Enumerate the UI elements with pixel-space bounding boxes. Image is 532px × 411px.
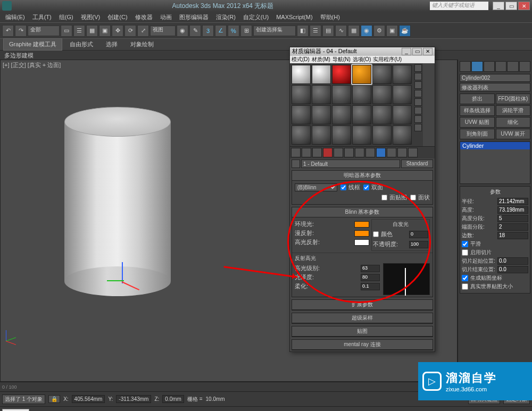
rollout-header[interactable]: 参数 (462, 188, 528, 196)
soften-spinner[interactable]: 0.1 (361, 283, 380, 290)
percent-snap[interactable]: % (228, 25, 239, 37)
redo-button[interactable]: ↷ (15, 25, 27, 37)
scale-button[interactable]: ⤢ (137, 25, 149, 37)
menu-help[interactable]: 帮助(H) (317, 12, 343, 22)
curve-editor-button[interactable]: ∿ (335, 25, 347, 37)
help-search[interactable]: 键入关键字或短语 (430, 2, 488, 10)
put-to-lib-icon[interactable] (355, 148, 364, 157)
z-coord[interactable]: 0.0mm (162, 395, 184, 403)
sample-uv-icon[interactable] (414, 90, 422, 97)
select-button[interactable]: ▭ (61, 25, 72, 37)
hseg-spinner[interactable]: 5 (497, 215, 528, 222)
smooth-checkbox[interactable] (462, 241, 468, 247)
tab-motion[interactable] (495, 61, 506, 72)
menu-rendering[interactable]: 渲染(R) (213, 12, 239, 22)
material-editor-button[interactable]: ◉ (361, 25, 372, 37)
material-slot-8[interactable] (312, 85, 331, 104)
material-slot-11[interactable] (372, 85, 392, 104)
minimize-button[interactable]: _ (493, 2, 504, 10)
rollout-maps[interactable]: 贴图 (292, 326, 433, 337)
material-slot-19[interactable] (292, 125, 311, 145)
window-crossing[interactable]: ▣ (99, 25, 111, 37)
render-frame-button[interactable]: ▣ (386, 25, 398, 37)
facemap-checkbox[interactable] (381, 195, 387, 200)
material-slot-4[interactable] (352, 65, 371, 84)
ribbon-tab-objectpaint[interactable]: 对象绘制 (125, 39, 159, 50)
material-slot-18[interactable] (393, 105, 412, 124)
object-name-field[interactable] (460, 74, 530, 82)
slicefrom-spinner[interactable]: 0.0 (497, 257, 528, 265)
ribbon-tab-freeform[interactable]: 自由形式 (64, 39, 98, 50)
material-slot-10[interactable] (352, 85, 371, 104)
selfillum-color-checkbox[interactable] (373, 231, 379, 237)
move-button[interactable]: ✥ (112, 25, 123, 37)
slice-checkbox[interactable] (462, 249, 468, 256)
specular-swatch[interactable] (354, 239, 369, 246)
material-editor-titlebar[interactable]: 材质编辑器 - 04 - Default _ ▭ ✕ (290, 47, 435, 56)
go-forward-icon[interactable] (408, 148, 418, 157)
menu-group[interactable]: 组(G) (56, 12, 77, 22)
background-icon[interactable] (414, 81, 422, 89)
material-slot-16[interactable] (352, 105, 371, 124)
btn-turbosmooth[interactable]: 涡轮平滑 (496, 105, 531, 116)
pick-material-icon[interactable] (292, 160, 300, 168)
material-editor-window[interactable]: 材质编辑器 - 04 - Default _ ▭ ✕ 模式(D) 材质(M) 导… (289, 47, 435, 352)
material-slot-5[interactable] (372, 65, 392, 84)
now-button[interactable]: 所在行: (2, 409, 29, 412)
mat-menu-material[interactable]: 材质(M) (312, 56, 330, 63)
menu-views[interactable]: 视图(V) (78, 12, 104, 22)
material-name-field[interactable] (301, 160, 400, 168)
rect-select[interactable]: ▦ (86, 25, 98, 37)
material-slot-14[interactable] (312, 105, 331, 124)
render-setup-button[interactable]: ⚙ (373, 25, 385, 37)
material-slot-13[interactable] (292, 105, 311, 124)
make-unique-icon[interactable] (344, 148, 354, 157)
menu-animation[interactable]: 动画 (157, 12, 175, 22)
menu-customize[interactable]: 自定义(U) (240, 12, 272, 22)
show-in-viewport-icon[interactable] (376, 148, 386, 157)
mat-menu-mode[interactable]: 模式(D) (292, 56, 310, 63)
material-slot-17[interactable] (372, 105, 392, 124)
mat-menu-utils[interactable]: 实用程序(U) (373, 56, 402, 63)
select-name-button[interactable]: ☰ (73, 25, 85, 37)
transform-gizmo[interactable] (107, 262, 139, 294)
material-slot-20[interactable] (312, 125, 331, 145)
angle-snap[interactable]: ∠ (215, 25, 227, 37)
pivot-button[interactable]: ◉ (177, 25, 188, 37)
schematic-button[interactable]: ▦ (348, 25, 360, 37)
radius-spinner[interactable]: 21.142mm (497, 198, 528, 205)
menu-tools[interactable]: 工具(T) (29, 12, 55, 22)
ref-coord[interactable]: 视图 (150, 26, 176, 36)
named-sel-set[interactable]: 创建选择集 (253, 26, 296, 36)
btn-uvwmap[interactable]: UVW 贴图 (460, 117, 495, 128)
rotate-button[interactable]: ⟳ (124, 25, 136, 37)
y-coord[interactable]: -311.343mm (116, 395, 151, 403)
viewport-label[interactable]: [+] [正交] [真实 + 边面] (3, 61, 61, 69)
menu-modifiers[interactable]: 修改器 (132, 12, 156, 22)
mat-menu-options[interactable]: 选项(O) (353, 56, 371, 63)
rollout-shader-header[interactable]: 明暗器基本参数 (292, 171, 433, 181)
rollout-mentalray[interactable]: mental ray 连接 (292, 339, 433, 350)
selection-filter[interactable]: 全部 (28, 26, 60, 36)
ribbon-tab-selection[interactable]: 选择 (101, 39, 123, 50)
opacity-spinner[interactable]: 100 (409, 241, 428, 248)
btn-extrude[interactable]: 挤出 (460, 94, 495, 104)
extended-header[interactable]: 扩展参数 (292, 300, 433, 310)
mat-menu-nav[interactable]: 导航(N) (332, 56, 351, 63)
spinner-snap[interactable]: ⊞ (240, 25, 252, 37)
menu-edit[interactable]: 编辑(E) (2, 12, 28, 22)
mat-max-button[interactable]: ▭ (412, 48, 422, 55)
mat-close-button[interactable]: ✕ (423, 48, 433, 55)
sliceto-spinner[interactable]: 0.0 (497, 266, 528, 273)
speclevel-spinner[interactable]: 63 (361, 265, 380, 272)
assign-material-icon[interactable] (312, 148, 322, 157)
material-type-button[interactable]: Standard (401, 160, 433, 168)
manip-button[interactable]: ✎ (189, 25, 201, 37)
tab-hierarchy[interactable] (484, 61, 495, 72)
material-slot-23[interactable] (372, 125, 392, 145)
btn-unwrap[interactable]: UVW 展开 (496, 129, 531, 139)
selfillum-spinner[interactable]: 0 (409, 231, 428, 238)
mat-min-button[interactable]: _ (402, 48, 411, 55)
align-button[interactable]: ☰ (310, 25, 321, 37)
rollout-extended[interactable]: 扩展参数 (292, 299, 433, 311)
